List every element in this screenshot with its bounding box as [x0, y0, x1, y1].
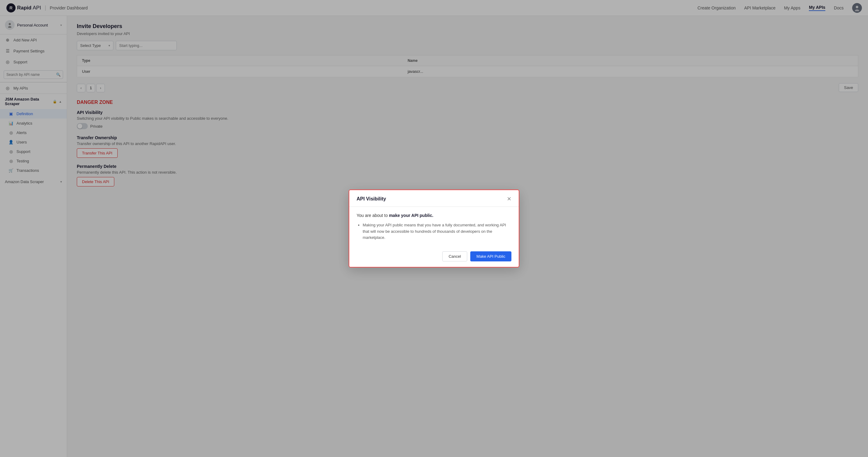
modal-body: You are about to make your API public. M…	[349, 207, 519, 247]
modal-intro-text: You are about to	[356, 213, 389, 218]
modal-list: Making your API public means that you ha…	[356, 222, 512, 241]
modal-cancel-button[interactable]: Cancel	[442, 251, 467, 261]
modal-intro-bold: make your API public.	[389, 213, 433, 218]
modal-confirm-button[interactable]: Make API Public	[470, 251, 512, 261]
modal-close-button[interactable]: ✕	[507, 196, 512, 202]
modal-header: API Visibility ✕	[349, 190, 519, 207]
modal-intro: You are about to make your API public.	[356, 213, 512, 218]
modal-footer: Cancel Make API Public	[349, 247, 519, 267]
modal-bullet-item: Making your API public means that you ha…	[363, 222, 512, 241]
modal-title: API Visibility	[356, 196, 386, 202]
api-visibility-modal: API Visibility ✕ You are about to make y…	[349, 190, 519, 267]
modal-overlay: API Visibility ✕ You are about to make y…	[0, 0, 868, 457]
